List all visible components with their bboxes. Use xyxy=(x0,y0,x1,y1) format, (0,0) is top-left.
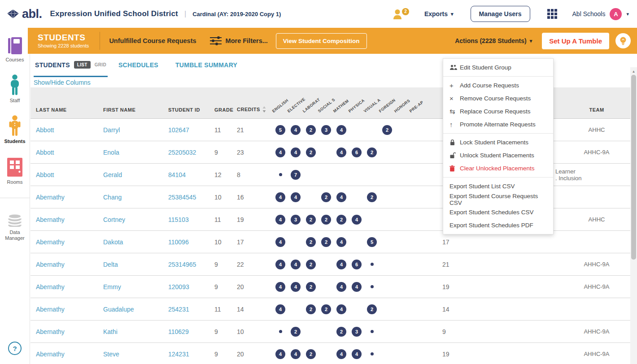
account-menu[interactable]: Abl Schools A ▾ xyxy=(572,8,629,20)
first-name-link[interactable]: Chang xyxy=(103,186,168,208)
subject-cell xyxy=(364,321,380,342)
last-name-link[interactable]: Abernathy xyxy=(36,208,103,230)
online-users-indicator[interactable]: 2 xyxy=(393,9,409,19)
last-name-link[interactable]: Abernathy xyxy=(36,186,103,208)
apps-grid-icon[interactable] xyxy=(547,9,557,19)
exports-dropdown[interactable]: Exports ▾ xyxy=(424,10,454,17)
student-id-link[interactable]: 84104 xyxy=(168,164,214,186)
menu-item-clear-unlocked-placements[interactable]: Clear Unlocked Placements xyxy=(443,162,553,175)
menu-item-export-student-list-csv[interactable]: Export Student List CSV xyxy=(443,180,553,193)
col-header-honors[interactable]: HONORS xyxy=(395,87,410,118)
menu-item-export-student-schedules-pdf[interactable]: Export Student Schedules PDF xyxy=(443,219,553,232)
first-name-link[interactable]: Dakota xyxy=(103,231,168,253)
filter-sliders-icon xyxy=(210,36,222,45)
student-id-link[interactable]: 124231 xyxy=(168,343,214,364)
last-name-link[interactable]: Abbott xyxy=(36,141,103,163)
student-id-link[interactable]: 25205032 xyxy=(168,141,214,163)
col-header-elective[interactable]: ELECTIVE xyxy=(288,87,303,118)
student-id-link[interactable]: 25384545 xyxy=(168,186,214,208)
col-header-grade[interactable]: GRADE xyxy=(214,107,237,118)
scrollbar-track[interactable]: ▲ xyxy=(630,67,637,364)
sidebar-item-data-manager[interactable]: Data Manager xyxy=(0,206,30,241)
set-up-tumble-button[interactable]: Set Up A Tumble xyxy=(542,33,609,49)
first-name-link[interactable]: Steve xyxy=(103,343,168,364)
menu-item-export-student-schedules-csv[interactable]: Export Student Schedules CSV xyxy=(443,206,553,219)
col-header-mathem[interactable]: MATHEM xyxy=(334,87,349,118)
course-count-badge: 4 xyxy=(275,282,285,292)
tab-schedules[interactable]: SCHEDULES xyxy=(118,54,158,77)
sidebar-item-label: Students xyxy=(1,139,29,144)
last-name-link[interactable]: Abbott xyxy=(36,164,103,186)
student-id-link[interactable]: 110629 xyxy=(168,321,214,342)
list-view-toggle[interactable]: LIST xyxy=(74,61,91,69)
sidebar-item-rooms[interactable]: Rooms xyxy=(0,156,30,185)
last-name-link[interactable]: Abernathy xyxy=(36,343,103,364)
sidebar-item-courses[interactable]: Courses xyxy=(0,34,30,63)
student-id-link[interactable]: 120093 xyxy=(168,276,214,298)
col-header-pre-ap[interactable]: PRE-AP xyxy=(410,87,425,118)
toolbar-divider xyxy=(100,32,100,50)
student-id-link[interactable]: 102647 xyxy=(168,119,214,141)
subject-cell: 2 xyxy=(303,208,318,230)
view-student-composition-button[interactable]: View Student Composition xyxy=(276,33,367,49)
menu-item-lock-student-placements[interactable]: Lock Student Placements xyxy=(443,136,553,149)
first-name-link[interactable]: Darryl xyxy=(103,119,168,141)
sort-icon[interactable] xyxy=(262,106,266,113)
abl-logo[interactable]: abl. xyxy=(6,7,42,21)
student-id-link[interactable]: 254231 xyxy=(168,298,214,320)
menu-item-replace-course-requests[interactable]: ⇆Replace Course Requests xyxy=(443,105,553,118)
subject-cell xyxy=(395,343,410,364)
scroll-up-arrow[interactable]: ▲ xyxy=(630,67,637,74)
subject-cell: 3 xyxy=(318,119,334,141)
tab-tumble-summary[interactable]: TUMBLE SUMMARY xyxy=(175,54,237,77)
last-name-link[interactable]: Abbott xyxy=(36,119,103,141)
metric-cell: 19 xyxy=(425,343,457,364)
actions-dropdown-trigger[interactable]: Actions (2228 Students) ▾ xyxy=(455,37,532,44)
manage-users-button[interactable]: Manage Users xyxy=(471,6,530,22)
first-name-link[interactable]: Emmy xyxy=(103,276,168,298)
menu-item-promote-alternate-requests[interactable]: ↑Promote Alternate Requests xyxy=(443,118,553,131)
lightbulb-button[interactable] xyxy=(615,33,631,48)
student-id-link[interactable]: 110096 xyxy=(168,231,214,253)
unfulfilled-filter-chip[interactable]: Unfulfilled Course Requests xyxy=(109,37,196,44)
subject-cell xyxy=(410,119,425,141)
first-name-link[interactable]: Cortney xyxy=(103,208,168,230)
col-header-visual-a[interactable]: VISUAL A xyxy=(364,87,380,118)
last-name-link[interactable]: Abernathy xyxy=(36,231,103,253)
first-name-link[interactable]: Kathi xyxy=(103,321,168,342)
tab-students[interactable]: STUDENTS LIST GRID xyxy=(34,54,108,77)
last-name-link[interactable]: Abernathy xyxy=(36,253,103,275)
menu-item-export-student-course-requests-csv[interactable]: Export Student Course Requests CSV xyxy=(443,193,553,206)
student-id-link[interactable]: 115103 xyxy=(168,208,214,230)
col-header-credits[interactable]: CREDITS xyxy=(237,106,273,118)
col-header-english[interactable]: ENGLISH xyxy=(273,87,288,118)
sidebar-item-students[interactable]: Students xyxy=(0,115,30,144)
col-header-laborat[interactable]: LABORAT xyxy=(303,87,318,118)
menu-item-edit-student-group[interactable]: Edit Student Group xyxy=(443,61,553,74)
help-button[interactable]: ? xyxy=(8,342,22,355)
student-id-link[interactable]: 25314965 xyxy=(168,253,214,275)
col-header-student-id[interactable]: STUDENT ID xyxy=(168,107,214,118)
menu-item-remove-course-requests[interactable]: ×Remove Course Requests xyxy=(443,92,553,105)
first-name-link[interactable]: Gerald xyxy=(103,164,168,186)
col-header-social-s[interactable]: SOCIAL S xyxy=(318,87,334,118)
first-name-link[interactable]: Enola xyxy=(103,141,168,163)
course-count-badge: 4 xyxy=(336,237,346,247)
grid-view-toggle[interactable]: GRID xyxy=(95,62,106,67)
menu-item-add-course-requests[interactable]: +Add Course Requests xyxy=(443,79,553,92)
col-header-last-name[interactable]: LAST NAME xyxy=(36,107,103,118)
last-name-link[interactable]: Abernathy xyxy=(36,298,103,320)
col-header-team[interactable]: TEAM xyxy=(570,107,624,118)
last-name-link[interactable]: Abernathy xyxy=(36,321,103,342)
col-header-foreign[interactable]: FOREIGN xyxy=(380,87,395,118)
last-name-link[interactable]: Abernathy xyxy=(36,276,103,298)
col-header-physica[interactable]: PHYSICA xyxy=(349,87,364,118)
first-name-link[interactable]: Guadalupe xyxy=(103,298,168,320)
scrollbar-thumb[interactable] xyxy=(631,75,636,260)
sidebar-item-staff[interactable]: Staff xyxy=(0,74,30,104)
more-filters-button[interactable]: More Filters... xyxy=(210,36,268,45)
show-hide-columns-link[interactable]: Show/Hide Columns xyxy=(34,79,91,86)
col-header-first-name[interactable]: FIRST NAME xyxy=(103,107,168,118)
first-name-link[interactable]: Delta xyxy=(103,253,168,275)
menu-item-unlock-student-placements[interactable]: Unlock Student Placements xyxy=(443,149,553,162)
